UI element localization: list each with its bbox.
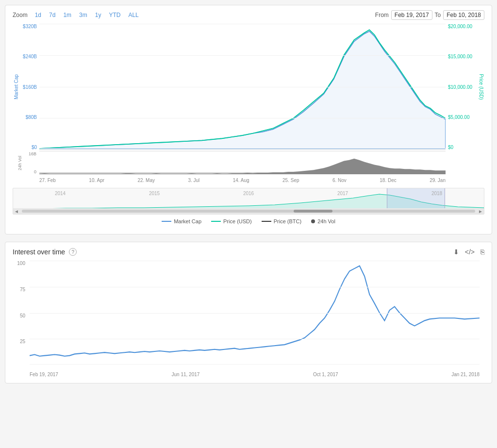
from-date[interactable]: Feb 19, 2017 (391, 10, 432, 20)
trends-actions: ⬇ </> ⎘ (453, 248, 484, 256)
trends-header: Interest over time ? ⬇ </> ⎘ (13, 248, 484, 256)
legend-market-cap: Market Cap (162, 218, 201, 224)
trends-help-label: ? (71, 249, 74, 255)
vol-y-tick-bottom: 0 (34, 169, 36, 174)
trends-plot (30, 261, 480, 365)
trends-x-jun2017: Jun 11, 2017 (172, 372, 200, 377)
y-left-tick-0: $320B (23, 24, 37, 29)
date-range: From Feb 19, 2017 To Feb 10, 2018 (375, 10, 484, 20)
legend-price-btc-line (262, 221, 271, 222)
trends-grid-3 (30, 339, 480, 339)
trends-grid-0 (30, 261, 480, 261)
x-tick-7: 18. Dec (380, 178, 396, 183)
legend-price-btc: Price (BTC) (262, 218, 301, 224)
nav-scroll-left[interactable]: ◄ (13, 209, 20, 214)
market-cap-area (39, 32, 446, 149)
y-left-tick-2: $160B (23, 84, 37, 90)
zoom-1y[interactable]: 1y (92, 11, 105, 19)
chart-toolbar: Zoom 1d 7d 1m 3m 1y YTD ALL From Feb 19,… (13, 10, 484, 20)
y-left-tick-4: $0 (32, 145, 37, 150)
y-left-label: Market Cap (14, 74, 19, 100)
legend-market-cap-label: Market Cap (174, 218, 201, 224)
trends-title: Interest over time (13, 248, 65, 256)
zoom-all[interactable]: ALL (125, 11, 142, 19)
y-right-tick-4: $0 (448, 145, 453, 150)
y-left-tick-1: $240B (23, 54, 37, 59)
trends-download-btn[interactable]: ⬇ (453, 248, 459, 256)
zoom-label: Zoom (13, 12, 28, 18)
x-tick-1: 10. Apr (89, 178, 104, 183)
legend-price-usd-label: Price (USD) (223, 218, 252, 224)
legend-price-btc-label: Price (BTC) (274, 218, 301, 224)
y-right-tick-1: $15,000.00 (448, 54, 472, 59)
x-tick-3: 3. Jul (188, 178, 199, 183)
trends-grid-2 (30, 313, 480, 314)
trends-x-axis: Feb 19, 2017 Jun 11, 2017 Oct 1, 2017 Ja… (30, 367, 480, 377)
trends-chart: 100 75 50 25 Feb 19, 2017 Jun 11, 2017 O… (30, 261, 480, 377)
grid-line-2 (39, 87, 446, 87)
x-tick-0: 27. Feb (39, 178, 56, 183)
zoom-3m[interactable]: 3m (76, 11, 91, 19)
trends-grid-4 (30, 364, 480, 365)
trends-x-oct2017: Oct 1, 2017 (313, 372, 338, 377)
trends-line (30, 266, 480, 356)
zoom-1d[interactable]: 1d (32, 11, 45, 19)
x-tick-5: 25. Sep (282, 178, 299, 183)
trends-grid-1 (30, 287, 480, 287)
grid-line-1 (39, 55, 446, 56)
y-axis-left: Market Cap $320B $240B $160B $80B $0 (13, 24, 39, 150)
trends-y-axis: 100 75 50 25 (13, 261, 27, 365)
volume-area: 16B 0 24h Vol (39, 151, 446, 174)
chart-legend: Market Cap Price (USD) Price (BTC) 24h V… (13, 218, 484, 224)
legend-24h-vol-dot (311, 219, 315, 223)
volume-svg (39, 151, 446, 174)
y-left-tick-3: $80B (26, 115, 37, 120)
x-axis: 27. Feb 10. Apr 22. May 3. Jul 14. Aug 2… (39, 178, 446, 183)
to-label: To (435, 12, 441, 18)
trends-y-75: 75 (20, 287, 25, 292)
nav-scroll-thumb[interactable] (294, 210, 332, 213)
vol-y-tick-top: 16B (29, 151, 36, 156)
nav-scroll-track[interactable] (22, 210, 475, 213)
y-right-tick-3: $5,000.00 (448, 115, 470, 120)
y-right-label: Price (USD) (479, 74, 484, 100)
y-axis-right: $20,000.00 $15,000.00 $10,000.00 $5,000.… (446, 24, 484, 150)
nav-scroll-right[interactable]: ► (477, 209, 484, 214)
nav-scrollbar[interactable]: ◄ ► (13, 208, 484, 214)
trends-y-25: 25 (20, 339, 25, 344)
main-plot (39, 24, 446, 150)
trends-container: Interest over time ? ⬇ </> ⎘ 100 75 50 2… (5, 242, 492, 383)
legend-price-usd: Price (USD) (211, 218, 252, 224)
legend-market-cap-line (162, 221, 171, 222)
zoom-1m[interactable]: 1m (60, 11, 75, 19)
zoom-group: Zoom 1d 7d 1m 3m 1y YTD ALL (13, 11, 142, 19)
trends-x-jan2018: Jan 21, 2018 (451, 372, 480, 377)
legend-24h-vol: 24h Vol (311, 218, 335, 224)
trends-y-100: 100 (17, 261, 25, 266)
trends-x-feb2017: Feb 19, 2017 (30, 372, 58, 377)
legend-24h-vol-label: 24h Vol (317, 218, 335, 224)
legend-price-usd-line (211, 221, 221, 222)
vol-label: 24h Vol (17, 155, 22, 170)
to-date[interactable]: Feb 10, 2018 (443, 10, 484, 20)
y-right-tick-0: $20,000.00 (448, 24, 472, 29)
vol-area-fill (39, 159, 446, 174)
grid-line-4 (39, 148, 446, 149)
x-tick-8: 29. Jan (430, 178, 446, 183)
trends-embed-btn[interactable]: </> (465, 248, 475, 256)
navigator[interactable]: 2014 2015 2016 2017 2018 ◄ ► (13, 188, 484, 215)
y-right-tick-2: $10,000.00 (448, 84, 472, 90)
grid-line-3 (39, 118, 446, 118)
x-tick-6: 6. Nov (332, 178, 347, 183)
trends-help-btn[interactable]: ? (69, 248, 77, 256)
chart-area: Market Cap $320B $240B $160B $80B $0 $20… (13, 24, 484, 174)
zoom-7d[interactable]: 7d (46, 11, 59, 19)
trends-y-50: 50 (20, 313, 25, 318)
x-tick-4: 14. Aug (233, 178, 249, 183)
grid-line-0 (39, 24, 446, 24)
price-chart-container: Zoom 1d 7d 1m 3m 1y YTD ALL From Feb 19,… (5, 5, 492, 234)
trends-share-btn[interactable]: ⎘ (480, 248, 484, 256)
zoom-ytd[interactable]: YTD (105, 11, 124, 19)
from-label: From (375, 12, 389, 18)
trends-title-group: Interest over time ? (13, 248, 77, 256)
